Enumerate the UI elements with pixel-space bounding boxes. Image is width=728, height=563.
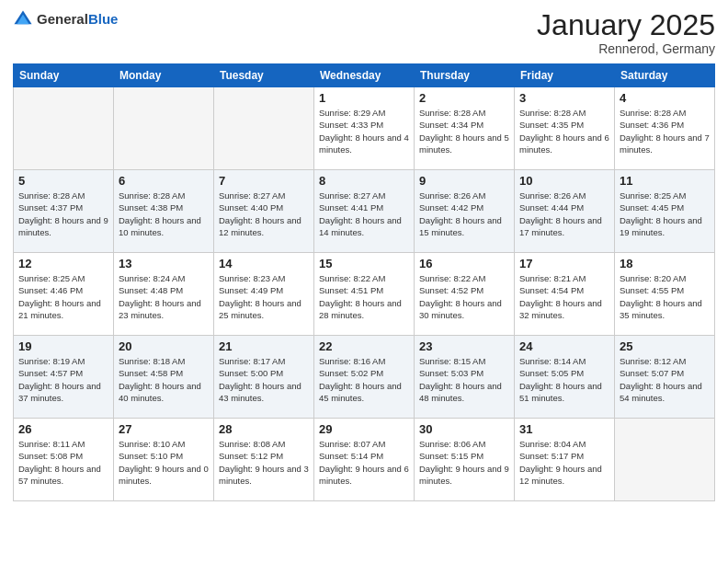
day-number: 22 <box>319 339 409 353</box>
calendar-cell: 3Sunrise: 8:28 AM Sunset: 4:35 PM Daylig… <box>515 87 615 170</box>
day-info: Sunrise: 8:25 AM Sunset: 4:45 PM Dayligh… <box>620 190 710 238</box>
day-number: 11 <box>620 174 710 188</box>
calendar-cell: 23Sunrise: 8:15 AM Sunset: 5:03 PM Dayli… <box>415 336 515 419</box>
calendar-cell <box>114 87 214 170</box>
day-number: 31 <box>519 422 609 436</box>
calendar-cell: 20Sunrise: 8:18 AM Sunset: 4:58 PM Dayli… <box>114 336 214 419</box>
day-info: Sunrise: 8:19 AM Sunset: 4:57 PM Dayligh… <box>18 355 108 404</box>
day-info: Sunrise: 8:15 AM Sunset: 5:03 PM Dayligh… <box>419 355 509 404</box>
calendar-cell: 27Sunrise: 8:10 AM Sunset: 5:10 PM Dayli… <box>114 419 214 501</box>
calendar-cell: 6Sunrise: 8:28 AM Sunset: 4:38 PM Daylig… <box>114 170 214 253</box>
day-info: Sunrise: 8:28 AM Sunset: 4:34 PM Dayligh… <box>419 107 509 155</box>
calendar-week-3: 12Sunrise: 8:25 AM Sunset: 4:46 PM Dayli… <box>14 253 715 336</box>
calendar: Sunday Monday Tuesday Wednesday Thursday… <box>13 63 715 501</box>
day-number: 19 <box>18 339 108 353</box>
day-number: 26 <box>18 422 108 436</box>
header-friday: Friday <box>515 64 615 87</box>
calendar-cell <box>14 87 114 170</box>
header-saturday: Saturday <box>615 64 715 87</box>
day-info: Sunrise: 8:28 AM Sunset: 4:35 PM Dayligh… <box>519 107 609 155</box>
calendar-cell: 2Sunrise: 8:28 AM Sunset: 4:34 PM Daylig… <box>415 87 515 170</box>
day-number: 10 <box>519 174 609 188</box>
calendar-week-4: 19Sunrise: 8:19 AM Sunset: 4:57 PM Dayli… <box>14 336 715 419</box>
calendar-cell: 4Sunrise: 8:28 AM Sunset: 4:36 PM Daylig… <box>615 87 715 170</box>
calendar-cell: 22Sunrise: 8:16 AM Sunset: 5:02 PM Dayli… <box>314 336 415 419</box>
day-number: 18 <box>620 257 710 270</box>
day-number: 16 <box>419 257 509 270</box>
logo: GeneralBlue <box>13 9 118 29</box>
logo-icon <box>13 9 33 29</box>
day-info: Sunrise: 8:16 AM Sunset: 5:02 PM Dayligh… <box>319 355 409 404</box>
day-number: 25 <box>620 339 710 353</box>
day-info: Sunrise: 8:21 AM Sunset: 4:54 PM Dayligh… <box>519 272 609 321</box>
day-info: Sunrise: 8:14 AM Sunset: 5:05 PM Dayligh… <box>519 355 609 404</box>
logo-general-text: GeneralBlue <box>37 11 118 28</box>
day-number: 28 <box>219 422 309 436</box>
day-info: Sunrise: 8:28 AM Sunset: 4:37 PM Dayligh… <box>18 190 108 238</box>
calendar-cell: 11Sunrise: 8:25 AM Sunset: 4:45 PM Dayli… <box>615 170 715 253</box>
day-info: Sunrise: 8:04 AM Sunset: 5:17 PM Dayligh… <box>519 438 609 487</box>
calendar-cell: 7Sunrise: 8:27 AM Sunset: 4:40 PM Daylig… <box>214 170 314 253</box>
calendar-cell: 21Sunrise: 8:17 AM Sunset: 5:00 PM Dayli… <box>214 336 314 419</box>
day-info: Sunrise: 8:12 AM Sunset: 5:07 PM Dayligh… <box>620 355 710 404</box>
day-number: 21 <box>219 339 309 353</box>
calendar-cell: 29Sunrise: 8:07 AM Sunset: 5:14 PM Dayli… <box>314 419 415 501</box>
header: GeneralBlue January 2025 Rennerod, Germa… <box>13 9 715 56</box>
header-monday: Monday <box>114 64 214 87</box>
day-info: Sunrise: 8:22 AM Sunset: 4:52 PM Dayligh… <box>419 272 509 321</box>
calendar-cell: 28Sunrise: 8:08 AM Sunset: 5:12 PM Dayli… <box>214 419 314 501</box>
day-number: 5 <box>18 174 108 188</box>
day-info: Sunrise: 8:11 AM Sunset: 5:08 PM Dayligh… <box>18 438 108 487</box>
day-info: Sunrise: 8:22 AM Sunset: 4:51 PM Dayligh… <box>319 272 409 321</box>
month-title: January 2025 <box>537 9 715 41</box>
day-info: Sunrise: 8:10 AM Sunset: 5:10 PM Dayligh… <box>119 438 209 487</box>
header-wednesday: Wednesday <box>314 64 415 87</box>
day-number: 3 <box>519 91 609 105</box>
calendar-cell: 12Sunrise: 8:25 AM Sunset: 4:46 PM Dayli… <box>14 253 114 336</box>
calendar-cell: 30Sunrise: 8:06 AM Sunset: 5:15 PM Dayli… <box>415 419 515 501</box>
day-info: Sunrise: 8:26 AM Sunset: 4:44 PM Dayligh… <box>519 190 609 238</box>
header-tuesday: Tuesday <box>214 64 314 87</box>
day-number: 7 <box>219 174 309 188</box>
day-info: Sunrise: 8:17 AM Sunset: 5:00 PM Dayligh… <box>219 355 309 404</box>
day-number: 6 <box>119 174 209 188</box>
day-info: Sunrise: 8:18 AM Sunset: 4:58 PM Dayligh… <box>119 355 209 404</box>
day-number: 4 <box>620 91 710 105</box>
day-number: 20 <box>119 339 209 353</box>
day-info: Sunrise: 8:25 AM Sunset: 4:46 PM Dayligh… <box>18 272 108 321</box>
day-number: 30 <box>419 422 509 436</box>
day-info: Sunrise: 8:28 AM Sunset: 4:38 PM Dayligh… <box>119 190 209 238</box>
calendar-cell: 26Sunrise: 8:11 AM Sunset: 5:08 PM Dayli… <box>14 419 114 501</box>
day-number: 15 <box>319 257 409 270</box>
day-number: 9 <box>419 174 509 188</box>
page: GeneralBlue January 2025 Rennerod, Germa… <box>0 0 728 563</box>
location: Rennerod, Germany <box>537 41 715 56</box>
calendar-cell: 5Sunrise: 8:28 AM Sunset: 4:37 PM Daylig… <box>14 170 114 253</box>
day-info: Sunrise: 8:06 AM Sunset: 5:15 PM Dayligh… <box>419 438 509 487</box>
calendar-cell: 13Sunrise: 8:24 AM Sunset: 4:48 PM Dayli… <box>114 253 214 336</box>
day-number: 24 <box>519 339 609 353</box>
calendar-cell: 14Sunrise: 8:23 AM Sunset: 4:49 PM Dayli… <box>214 253 314 336</box>
day-number: 2 <box>419 91 509 105</box>
calendar-cell: 1Sunrise: 8:29 AM Sunset: 4:33 PM Daylig… <box>314 87 415 170</box>
day-number: 8 <box>319 174 409 188</box>
header-sunday: Sunday <box>14 64 114 87</box>
weekday-header-row: Sunday Monday Tuesday Wednesday Thursday… <box>14 64 715 87</box>
day-number: 1 <box>319 91 409 105</box>
day-info: Sunrise: 8:26 AM Sunset: 4:42 PM Dayligh… <box>419 190 509 238</box>
day-number: 14 <box>219 257 309 270</box>
calendar-cell: 24Sunrise: 8:14 AM Sunset: 5:05 PM Dayli… <box>515 336 615 419</box>
day-info: Sunrise: 8:27 AM Sunset: 4:41 PM Dayligh… <box>319 190 409 238</box>
title-block: January 2025 Rennerod, Germany <box>537 9 715 56</box>
calendar-cell: 19Sunrise: 8:19 AM Sunset: 4:57 PM Dayli… <box>14 336 114 419</box>
calendar-cell <box>615 419 715 501</box>
header-thursday: Thursday <box>415 64 515 87</box>
calendar-cell: 15Sunrise: 8:22 AM Sunset: 4:51 PM Dayli… <box>314 253 415 336</box>
day-info: Sunrise: 8:20 AM Sunset: 4:55 PM Dayligh… <box>620 272 710 321</box>
calendar-cell: 25Sunrise: 8:12 AM Sunset: 5:07 PM Dayli… <box>615 336 715 419</box>
day-number: 29 <box>319 422 409 436</box>
calendar-week-2: 5Sunrise: 8:28 AM Sunset: 4:37 PM Daylig… <box>14 170 715 253</box>
calendar-cell: 17Sunrise: 8:21 AM Sunset: 4:54 PM Dayli… <box>515 253 615 336</box>
calendar-cell: 8Sunrise: 8:27 AM Sunset: 4:41 PM Daylig… <box>314 170 415 253</box>
calendar-week-5: 26Sunrise: 8:11 AM Sunset: 5:08 PM Dayli… <box>14 419 715 501</box>
